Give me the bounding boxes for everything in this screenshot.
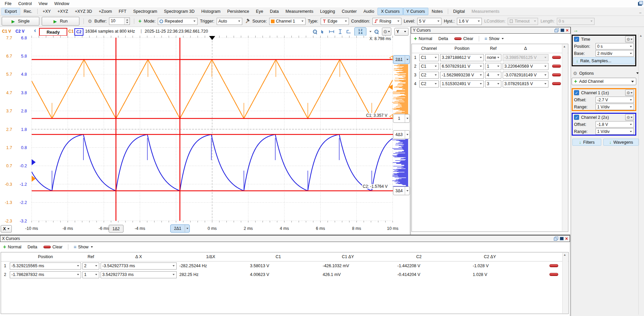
maximize-icon[interactable]	[560, 237, 564, 240]
add-delta-cursor-button[interactable]: Delta	[436, 35, 451, 42]
zoom-1-icon[interactable]	[313, 30, 317, 34]
cascade-windows-icon[interactable]	[638, 1, 643, 6]
remove-cursor-button[interactable]	[549, 264, 558, 267]
value-combobox[interactable]: 6.507829181 V	[440, 63, 484, 70]
corner-measure-icon[interactable]	[346, 29, 351, 34]
time-base-combobox[interactable]: 2 ms/div	[596, 50, 634, 57]
tab--zoom[interactable]: +Zoom	[96, 8, 115, 15]
remove-cursor-button[interactable]	[549, 273, 558, 276]
value-combobox[interactable]: 3.078291815 V	[503, 80, 548, 87]
show-options-button[interactable]: ≡Show	[482, 35, 506, 42]
float-window-icon[interactable]	[554, 237, 558, 241]
value-combobox[interactable]: -5.329215565 ms	[10, 262, 81, 270]
type-combobox[interactable]: Edge	[321, 18, 349, 25]
vertical-measure-icon[interactable]	[337, 29, 343, 34]
add-delta-cursor-button[interactable]: Delta	[25, 244, 40, 250]
value-combobox[interactable]: C1	[419, 63, 439, 70]
value-combobox[interactable]: 1.515302491 V	[440, 80, 484, 87]
plot-settings-button[interactable]: ⚙	[382, 28, 391, 36]
value-combobox[interactable]: -1.786287832 ms	[10, 271, 81, 278]
channel1-settings-button[interactable]: ⚙	[625, 90, 634, 96]
value-combobox[interactable]: 3.220640569 V	[503, 63, 548, 70]
tab-data[interactable]: Data	[266, 8, 282, 15]
channel1-offset-combobox[interactable]: -2.7 V	[596, 97, 634, 103]
x-axis-button[interactable]: X	[1, 225, 12, 233]
y-cursors-titlebar[interactable]: Y Cursors ×	[411, 27, 571, 34]
tab-notes[interactable]: Notes	[428, 8, 446, 15]
horizontal-measure-icon[interactable]	[329, 29, 334, 34]
options-row[interactable]: ⚙Options	[572, 70, 640, 77]
tab-eye[interactable]: Eye	[253, 8, 267, 15]
time-checkbox[interactable]: ✓	[574, 37, 579, 42]
c1-tag[interactable]: C1	[68, 29, 74, 34]
channel2-offset-combobox[interactable]: -1.8 V	[596, 121, 634, 128]
tab-y-cursors[interactable]: Y Cursors	[403, 8, 428, 15]
channel2-settings-button[interactable]: ⚙	[625, 114, 634, 120]
channel1-checkbox[interactable]: ✓	[574, 90, 579, 95]
menu-control[interactable]: Control	[15, 1, 35, 7]
remove-cursor-button[interactable]	[552, 73, 561, 76]
value-combobox[interactable]: 3.287188612 V	[440, 54, 484, 61]
tab-x-cursors[interactable]: X Cursors	[378, 8, 403, 15]
trigger-combobox[interactable]: Auto	[217, 18, 242, 25]
tabbar-overflow-icon[interactable]: ‒	[639, 11, 641, 14]
single-button[interactable]: ▶Single	[2, 17, 39, 26]
spinner-arrows[interactable]	[124, 18, 130, 25]
remove-cursor-button[interactable]	[552, 56, 561, 59]
menu-window[interactable]: Window	[51, 1, 72, 7]
x-table-scrollbar[interactable]: ▲	[562, 253, 568, 313]
buffer-gear-icon[interactable]: ⚙	[88, 19, 92, 24]
value-combobox[interactable]: 1	[485, 63, 501, 70]
tab--xyz-3d[interactable]: +XYZ 3D	[71, 8, 95, 15]
scroll-up-icon[interactable]: ▲	[563, 45, 566, 48]
rate-samples-button[interactable]: ↓Rate, Samples...	[573, 57, 635, 64]
tab-audio[interactable]: Audio	[360, 8, 378, 15]
value-combobox[interactable]: 2	[82, 262, 99, 270]
filters-button[interactable]: ↓Filters	[572, 139, 601, 146]
spin-down-icon[interactable]	[126, 22, 128, 23]
wavegens-button[interactable]: ↓Wavegens	[603, 139, 639, 146]
value-combobox[interactable]: -3.0782918149 V	[503, 72, 548, 79]
tab-persistence[interactable]: Persistence	[224, 8, 252, 15]
clear-cursors-button[interactable]: Clear	[41, 244, 65, 250]
source-combobox[interactable]: Channel 1	[269, 18, 306, 25]
add-icon[interactable]: +	[138, 19, 141, 24]
x-cursor-2-button[interactable]: 2Δ1	[170, 224, 190, 233]
menu-view[interactable]: View	[35, 1, 51, 7]
collapse-right-icon[interactable]: →	[573, 28, 578, 33]
tab-export[interactable]: Export	[1, 8, 20, 15]
y-cursor-1-button[interactable]: 1	[393, 114, 410, 123]
y-table-scrollbar[interactable]: ▲	[562, 44, 568, 231]
level-combobox[interactable]: 5 V	[417, 18, 441, 25]
value-combobox[interactable]: C2	[419, 80, 439, 87]
tab-logging[interactable]: Logging	[317, 8, 338, 15]
add-normal-cursor-button[interactable]: +Normal	[412, 35, 435, 42]
time-settings-button[interactable]: ⚙	[625, 36, 634, 42]
collapse-left-icon[interactable]: ‹	[34, 27, 36, 33]
value-combobox[interactable]: 4	[485, 72, 501, 79]
c2-tag[interactable]: C2	[74, 28, 83, 36]
remove-cursor-button[interactable]	[552, 65, 561, 68]
time-position-combobox[interactable]: 0 s	[596, 43, 634, 49]
tab-spectrogram[interactable]: Spectrogram	[130, 8, 161, 15]
tab--xy[interactable]: +XY	[39, 8, 54, 15]
sidebar-scroll-up-icon[interactable]: ▲	[639, 34, 642, 37]
value-combobox[interactable]: 1	[82, 271, 99, 278]
channel1-range-combobox[interactable]: 1 V/div	[596, 104, 634, 110]
channel2-checkbox[interactable]: ✓	[574, 115, 579, 120]
condition-combobox[interactable]: Rising	[372, 18, 401, 25]
spin-up-icon[interactable]	[126, 19, 128, 21]
hysteresis-combobox[interactable]: 1.6 V	[457, 18, 482, 25]
tab-counter[interactable]: Counter	[338, 8, 360, 15]
run-button[interactable]: ▶Run	[42, 17, 79, 26]
clear-cursors-button[interactable]: Clear	[452, 35, 476, 42]
value-combobox[interactable]: 3.542927733 ms	[101, 271, 177, 278]
show-options-button[interactable]: ≡Show	[71, 244, 96, 250]
chevron-down-icon[interactable]	[369, 31, 371, 32]
pointer-measure-icon[interactable]	[320, 29, 326, 34]
tab-spectrogram-3d[interactable]: Spectrogram 3D	[160, 8, 198, 15]
tab-measurements[interactable]: Measurements	[282, 8, 317, 15]
add-channel-button[interactable]: +Add Channel	[572, 78, 636, 85]
y-cursor-4-button[interactable]: 4Δ3	[393, 130, 410, 139]
tab-histogram[interactable]: Histogram	[198, 8, 224, 15]
